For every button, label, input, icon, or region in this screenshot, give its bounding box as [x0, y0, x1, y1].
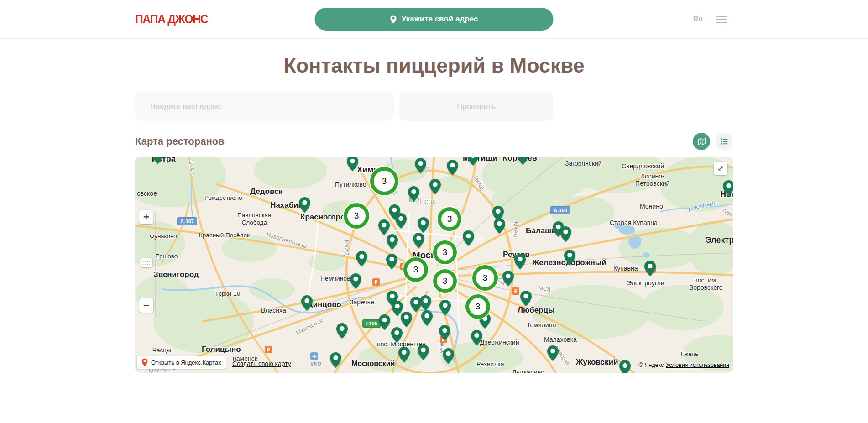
yandex-pin-icon — [141, 358, 148, 366]
map-pin[interactable] — [346, 157, 359, 172]
map-icon — [697, 137, 706, 146]
map-pin[interactable] — [446, 159, 459, 176]
address-input[interactable] — [135, 92, 394, 121]
map-pin[interactable] — [378, 314, 391, 330]
map-section-title: Карта ресторанов — [135, 136, 225, 147]
fullscreen-button[interactable] — [714, 162, 727, 175]
map-pin[interactable] — [429, 178, 441, 195]
map-cluster[interactable]: 3 — [433, 240, 457, 264]
map-pin[interactable] — [644, 260, 656, 277]
road-badge: ✈VKO — [310, 352, 321, 367]
map-pin[interactable] — [417, 344, 429, 360]
map-cluster[interactable]: 3 — [344, 203, 369, 229]
map-pin[interactable] — [462, 230, 475, 246]
map-pin[interactable] — [301, 295, 313, 311]
map-place-label: Монино — [640, 203, 663, 210]
map-place-label: Свердловский — [622, 162, 664, 170]
map-pin[interactable] — [356, 251, 368, 267]
map-pin[interactable] — [391, 300, 403, 317]
open-in-yandex-maps-label: Открыть в Яндекс.Картах — [151, 359, 221, 366]
map-place-label: Купавна — [613, 265, 638, 272]
map-pin[interactable] — [467, 157, 479, 166]
map-place-label: Московский — [351, 360, 395, 368]
map-pin[interactable] — [391, 327, 403, 343]
map-pin[interactable] — [493, 218, 506, 234]
map-view-toggle[interactable] — [693, 133, 710, 150]
map-pin[interactable] — [547, 345, 559, 361]
check-address-button[interactable]: Проверить — [399, 92, 553, 121]
map-pin[interactable] — [386, 234, 398, 250]
map-cluster[interactable]: 3 — [465, 294, 490, 319]
map-place-label: Часцы — [152, 347, 171, 354]
map-pin[interactable] — [619, 360, 631, 373]
road-badge: ₽ — [372, 278, 380, 286]
map-pin[interactable] — [152, 157, 164, 164]
header: ПАПА ДЖОНС Укажите свой адрес Ru — [0, 0, 868, 39]
map-pin[interactable] — [722, 180, 733, 196]
terms-of-use-link[interactable]: Условия использования — [666, 362, 729, 368]
create-your-map-link[interactable]: Создать свою карту — [232, 360, 291, 367]
yandex-map[interactable]: ИстраМытищиКоролевЗагорянскийСвердловски… — [135, 157, 733, 373]
map-pin[interactable] — [520, 290, 532, 307]
map-place-label: Голицыно — [202, 345, 241, 354]
map-pin[interactable] — [564, 249, 576, 266]
road-badge: E105 — [362, 319, 381, 328]
map-pin[interactable] — [395, 213, 407, 229]
map-pin[interactable] — [417, 217, 429, 233]
map-place-label: Люберцы — [518, 306, 555, 315]
ruler-tool-button[interactable] — [140, 258, 152, 267]
zoom-in-button[interactable]: + — [139, 210, 153, 224]
map-pin[interactable] — [398, 346, 410, 363]
map-place-label: пос. им. Воровского — [689, 277, 723, 291]
location-pin-icon — [390, 15, 397, 24]
papa-johns-logo[interactable]: ПАПА ДЖОНС — [135, 12, 208, 26]
map-place-label: Малаховка — [544, 336, 577, 343]
menu-hamburger-icon[interactable] — [716, 14, 727, 25]
map-pin[interactable] — [439, 299, 451, 316]
list-view-toggle[interactable] — [716, 133, 733, 150]
map-pin[interactable] — [414, 157, 427, 174]
map-place-label: Электросталь — [706, 235, 733, 245]
map-place-label: Красный Посёлок — [199, 232, 250, 239]
map-pin[interactable] — [386, 253, 398, 270]
map-pin[interactable] — [419, 295, 432, 311]
map-cluster[interactable]: 3 — [370, 167, 398, 195]
road-badge: А-107 — [177, 217, 197, 225]
map-pin[interactable] — [517, 157, 529, 165]
view-toggles — [693, 133, 733, 150]
airplane-icon: ✈ — [310, 352, 318, 360]
ruler-dots-icon — [142, 264, 150, 265]
map-place-label: Дедовск — [250, 187, 282, 196]
map-pin[interactable] — [408, 186, 420, 202]
map-pin[interactable] — [298, 197, 311, 213]
map-pin[interactable] — [350, 273, 362, 289]
map-pin[interactable] — [514, 253, 526, 270]
road-badge: ₽ — [265, 346, 272, 353]
map-pin[interactable] — [471, 329, 483, 346]
map-place-label: Старая Купавна — [610, 219, 658, 226]
zoom-out-button[interactable]: − — [139, 298, 153, 313]
map-place-label: р. Клязьма — [688, 199, 717, 213]
set-address-button[interactable]: Укажите свой адрес — [315, 8, 554, 31]
map-pin[interactable] — [329, 352, 342, 368]
map-pin[interactable] — [502, 270, 514, 287]
open-in-yandex-maps-link[interactable]: Открыть в Яндекс.Картах — [137, 356, 226, 369]
page-title: Контакты пиццерий в Москве — [0, 54, 868, 78]
map-pin[interactable] — [559, 226, 572, 242]
map-place-label: МКАД — [512, 222, 520, 237]
map-pin[interactable] — [421, 310, 433, 326]
map-place-label: Лосино- Петровский — [635, 172, 669, 187]
map-pin[interactable] — [336, 323, 348, 339]
map-cluster[interactable]: 3 — [403, 257, 428, 282]
map-cluster[interactable]: 3 — [438, 207, 461, 231]
map-cluster[interactable]: 3 — [472, 265, 498, 291]
list-icon — [720, 137, 729, 146]
map-cluster[interactable]: 3 — [433, 269, 457, 293]
map-pin[interactable] — [413, 232, 425, 249]
map-pin[interactable] — [378, 219, 390, 235]
map-place-label: Власиха — [261, 307, 286, 314]
language-switcher[interactable]: Ru — [693, 15, 703, 23]
map-place-label: Новорижское ш. — [266, 231, 309, 250]
map-pin[interactable] — [442, 348, 455, 364]
map-pin[interactable] — [439, 324, 451, 341]
